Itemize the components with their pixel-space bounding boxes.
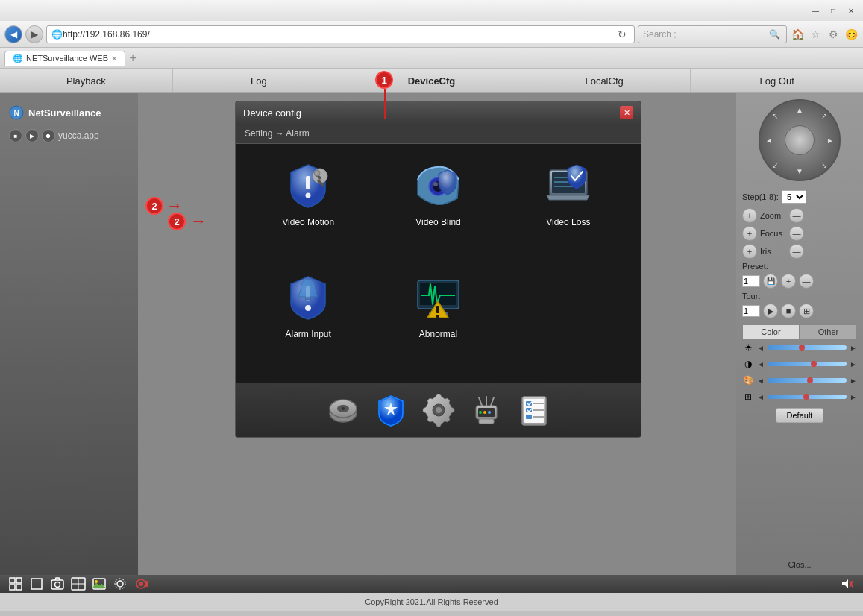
dialog-footer — [236, 383, 641, 437]
hue-icon: ⊞ — [742, 391, 754, 403]
video-loss-item[interactable]: Video Loss — [511, 159, 626, 256]
svg-point-17 — [305, 298, 311, 301]
tour-input[interactable] — [742, 305, 760, 317]
brightness-row: ☀ ◄ ► — [742, 342, 857, 353]
maximize-button[interactable]: □ — [827, 4, 839, 16]
step-label: Step(1-8): — [742, 192, 779, 201]
focus-plus-button[interactable]: + — [742, 226, 757, 241]
contrast-left-btn[interactable]: ◄ — [757, 360, 765, 368]
tab-close-button[interactable]: ✕ — [111, 54, 117, 63]
nav-localcfg[interactable]: LocalCfg — [518, 69, 691, 92]
address-bar[interactable]: 🌐 http://192.168.86.169/ ↻ — [46, 25, 635, 43]
new-tab-button[interactable]: + — [125, 51, 140, 66]
forward-button[interactable]: ▶ — [25, 25, 43, 43]
search-bar[interactable]: Search ; 🔍 — [638, 25, 787, 43]
ptz-ring: ▲ ▼ ◄ ► ↖ ↗ ↙ ↘ — [759, 99, 841, 181]
color-tab[interactable]: Color — [742, 324, 800, 339]
default-button[interactable]: Default — [776, 408, 824, 423]
brightness-slider[interactable] — [768, 345, 847, 350]
dialog-body: Video Motion — [236, 144, 641, 383]
sidebar-stream-btn[interactable]: ⏺ — [42, 129, 55, 142]
alarm-input-icon — [282, 271, 334, 323]
preset-add-btn[interactable]: + — [781, 274, 796, 289]
nav-playback[interactable]: Playback — [0, 69, 173, 92]
iris-minus-button[interactable]: — — [789, 244, 804, 259]
refresh-button[interactable]: ↻ — [615, 27, 630, 42]
tour-stop-btn[interactable]: ■ — [781, 304, 796, 318]
saturation-right-btn[interactable]: ► — [850, 377, 857, 385]
home-icon[interactable]: 🏠 — [790, 27, 805, 42]
footer-gear-icon[interactable] — [421, 392, 456, 428]
iris-plus-button[interactable]: + — [742, 244, 757, 259]
zoom-minus-button[interactable]: — — [789, 208, 804, 223]
footer-shield-icon[interactable] — [373, 392, 409, 428]
image-icon[interactable] — [91, 576, 107, 592]
svg-point-8 — [433, 182, 438, 186]
svg-rect-52 — [16, 585, 22, 590]
ptz-downleft-button[interactable]: ↙ — [769, 159, 781, 171]
settings-icon[interactable]: ⚙ — [826, 27, 841, 42]
browser-tab[interactable]: 🌐 NETSurveillance WEB ✕ — [4, 51, 125, 66]
svg-point-64 — [139, 582, 143, 586]
nav-log[interactable]: Log — [173, 69, 346, 92]
sidebar-play-btn[interactable]: ▶ — [25, 129, 39, 142]
svg-point-62 — [115, 579, 125, 589]
ptz-right-button[interactable]: ► — [824, 134, 836, 146]
fullscreen-icon[interactable] — [7, 576, 24, 592]
single-view-icon[interactable] — [28, 576, 45, 592]
minimize-button[interactable]: — — [809, 4, 821, 16]
ptz-upright-button[interactable]: ↗ — [818, 110, 830, 122]
video-motion-item[interactable]: Video Motion — [251, 159, 365, 256]
hue-left-btn[interactable]: ◄ — [757, 393, 765, 401]
ptz-downright-button[interactable]: ↘ — [818, 159, 830, 171]
preset-del-btn[interactable]: — — [799, 274, 814, 289]
abnormal-item[interactable]: Abnormal — [380, 271, 495, 368]
ptz-upleft-button[interactable]: ↖ — [769, 110, 781, 122]
record-icon[interactable] — [133, 576, 149, 592]
brightness-right-btn[interactable]: ► — [850, 344, 857, 352]
footer-hdd-icon[interactable] — [325, 392, 361, 428]
ptz-left-button[interactable]: ◄ — [763, 134, 775, 146]
multi-view-icon[interactable] — [70, 576, 87, 592]
other-tab[interactable]: Other — [800, 324, 857, 339]
brightness-left-btn[interactable]: ◄ — [757, 344, 765, 352]
preset-save-btn[interactable]: 💾 — [763, 274, 778, 289]
saturation-icon: 🎨 — [742, 374, 754, 386]
settings2-icon[interactable] — [112, 576, 128, 592]
nav-devicecfg[interactable]: DeviceCfg — [345, 69, 518, 92]
alarm-input-item[interactable]: Alarm Input — [251, 271, 365, 368]
close-button[interactable]: ✕ — [845, 4, 857, 16]
zoom-plus-button[interactable]: + — [742, 208, 757, 223]
star-icon[interactable]: ☆ — [808, 27, 823, 42]
smiley-icon[interactable]: 😊 — [844, 27, 859, 42]
sidebar-record-btn[interactable]: ■ — [9, 129, 22, 142]
dialog-title: Device config — [243, 107, 301, 119]
tour-play-btn[interactable]: ▶ — [763, 304, 778, 318]
hue-right-btn[interactable]: ► — [850, 393, 857, 401]
back-button[interactable]: ◀ — [4, 25, 22, 43]
hue-slider[interactable] — [768, 395, 847, 399]
focus-label: Focus — [760, 229, 786, 238]
close-label[interactable]: Clos... — [788, 560, 811, 569]
ptz-center[interactable] — [785, 125, 815, 155]
footer-checklist-icon[interactable] — [516, 392, 552, 428]
ptz-up-button[interactable]: ▲ — [794, 104, 806, 116]
footer-network-icon[interactable] — [468, 392, 504, 428]
contrast-right-btn[interactable]: ► — [850, 360, 857, 368]
search-icon[interactable]: 🔍 — [767, 29, 782, 40]
main-nav: Playback Log DeviceCfg LocalCfg Log Out — [0, 69, 863, 93]
saturation-slider[interactable] — [768, 378, 847, 383]
nav-logout[interactable]: Log Out — [691, 69, 863, 92]
preset-input[interactable] — [742, 275, 760, 287]
volume-icon[interactable] — [839, 576, 856, 592]
ptz-down-button[interactable]: ▼ — [794, 165, 806, 177]
saturation-left-btn[interactable]: ◄ — [757, 377, 765, 385]
address-text: http://192.168.86.169/ — [63, 29, 615, 40]
tour-grid-btn[interactable]: ⊞ — [799, 304, 814, 318]
dialog-close-button[interactable]: ✕ — [620, 106, 633, 119]
step-select[interactable]: 5 1234 678 — [782, 190, 806, 204]
camera-icon[interactable] — [49, 576, 66, 592]
focus-minus-button[interactable]: — — [789, 226, 804, 241]
contrast-slider[interactable] — [768, 362, 847, 366]
video-blind-item[interactable]: Video Blind — [380, 159, 495, 256]
